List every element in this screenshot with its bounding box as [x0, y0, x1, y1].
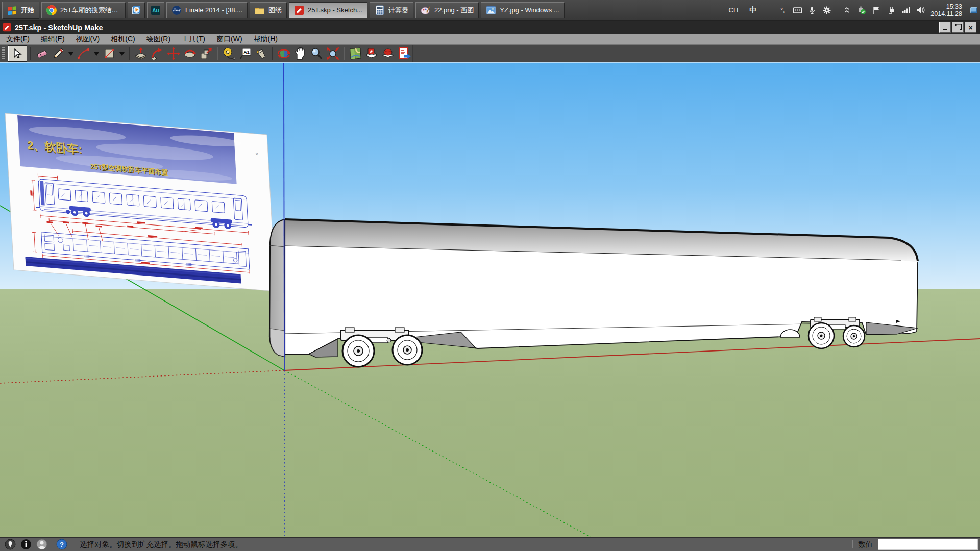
toolbar-separator	[217, 47, 218, 60]
eraser-icon	[36, 47, 48, 60]
zoom-extents-tool-button[interactable]	[325, 46, 340, 61]
move-tool-button[interactable]	[166, 46, 181, 61]
arc-tool-dropdown[interactable]	[92, 46, 101, 61]
taskbar-button-label: 25T.skp - Sketch...	[308, 6, 362, 14]
power-plug-icon[interactable]	[886, 5, 896, 15]
train-model[interactable]	[270, 219, 918, 367]
menu-draw[interactable]: 绘图(R)	[141, 34, 176, 44]
paint-bucket-tool-button[interactable]	[254, 46, 269, 61]
toolbar-separator	[129, 47, 130, 60]
paint-icon	[421, 5, 431, 15]
line-tool-dropdown[interactable]	[67, 46, 75, 61]
modeling-viewport[interactable]: 2、软卧车: 2、软卧车: 25T型空调软卧车平面布置 25T型空调软卧车平面布…	[0, 62, 980, 537]
tape-measure-icon	[222, 47, 235, 60]
help-icon[interactable]: ?	[56, 539, 67, 550]
volume-speaker-icon[interactable]	[916, 5, 926, 15]
eraser-tool-button[interactable]	[34, 46, 50, 61]
taskbar-button-audition[interactable]: Au	[147, 2, 164, 18]
ime-mode-indicator[interactable]: CH	[729, 6, 739, 14]
blue-axis	[284, 63, 284, 370]
pan-tool-button[interactable]	[292, 46, 308, 61]
menu-help[interactable]: 帮助(H)	[249, 34, 283, 44]
measurements-input[interactable]	[878, 539, 978, 550]
menu-window[interactable]: 窗口(W)	[211, 34, 248, 44]
rear-bogie[interactable]	[808, 317, 865, 348]
status-divider	[852, 540, 853, 548]
toolbar-grip[interactable]	[2, 47, 5, 60]
restore-button[interactable]	[952, 22, 964, 33]
follow-me-tool-button[interactable]	[150, 46, 165, 61]
scale-tool-button[interactable]	[199, 46, 214, 61]
orbit-tool-button[interactable]	[276, 46, 291, 61]
toolbar: A1	[0, 45, 980, 62]
export-button[interactable]	[397, 46, 412, 61]
share-model-icon	[381, 47, 395, 60]
add-location-button[interactable]	[348, 46, 363, 61]
share-model-button[interactable]	[380, 46, 396, 61]
select-tool-button[interactable]	[8, 45, 27, 62]
menu-edit[interactable]: 编辑(E)	[36, 34, 70, 44]
ime-settings-gear-icon[interactable]	[822, 5, 832, 15]
slide-corner-mark: ×	[255, 151, 259, 157]
rotate-icon	[183, 47, 197, 60]
shapes-tool-button[interactable]	[102, 46, 117, 61]
tray-clock[interactable]: 15:33 2014.11.28	[930, 3, 962, 17]
scene-3d: 2、软卧车: 2、软卧车: 25T型空调软卧车平面布置 25T型空调软卧车平面布…	[0, 63, 980, 537]
ime-punctuation-icon[interactable]: °,	[777, 5, 788, 15]
minimize-button[interactable]	[939, 22, 951, 33]
taskbar-button-calculator[interactable]: 0 计算器	[370, 2, 413, 18]
taskbar-button-label: Finale 2014 - [38....	[185, 6, 242, 14]
system-tray: CH 中 °,	[729, 0, 979, 20]
arc-tool-button[interactable]	[76, 46, 91, 61]
push-pull-tool-button[interactable]	[133, 46, 149, 61]
ime-fullwidth-icon[interactable]	[763, 5, 773, 15]
taskbar-button-paint[interactable]: 22.png - 画图	[415, 2, 479, 18]
network-signal-icon[interactable]	[901, 5, 911, 15]
shapes-tool-dropdown[interactable]	[118, 46, 126, 61]
menu-file[interactable]: 文件(F)	[1, 34, 35, 44]
text-tool-button[interactable]: A1	[237, 46, 253, 61]
start-label: 开始	[21, 6, 34, 15]
get-models-icon	[365, 47, 378, 60]
text-annotation-icon: A1	[238, 47, 252, 60]
menu-bar: 文件(F) 编辑(E) 视图(V) 相机(C) 绘图(R) 工具(T) 窗口(W…	[0, 34, 980, 45]
safely-remove-hardware-icon[interactable]	[856, 5, 867, 15]
tray-divider	[837, 5, 837, 16]
taskbar-button-media-player[interactable]	[128, 2, 145, 18]
taskbar-button-folder[interactable]: 图纸	[250, 2, 287, 18]
geolocation-icon[interactable]	[5, 539, 16, 550]
action-center-flag-icon[interactable]	[871, 5, 881, 15]
show-hidden-icons-chevron[interactable]	[842, 5, 852, 15]
soft-keyboard-icon[interactable]	[792, 5, 802, 15]
tape-measure-tool-button[interactable]	[221, 46, 236, 61]
follow-me-icon	[151, 47, 164, 60]
svg-text:?: ?	[60, 541, 64, 548]
finale-icon	[172, 5, 182, 15]
close-button[interactable]: ×	[965, 22, 976, 33]
get-models-button[interactable]	[364, 46, 379, 61]
taskbar-button-photo-viewer[interactable]: YZ.jpg - Windows ...	[481, 2, 564, 18]
window-titlebar[interactable]: 25T.skp - SketchUp Make ×	[0, 21, 980, 34]
push-pull-icon	[134, 47, 148, 60]
taskbar-button-finale[interactable]: Finale 2014 - [38....	[166, 2, 248, 18]
start-button[interactable]: 开始	[2, 2, 39, 19]
credits-info-icon[interactable]	[20, 539, 32, 550]
menu-view[interactable]: 视图(V)	[71, 34, 105, 44]
taskbar-button-chrome[interactable]: 25T车厢的搜索结果...	[41, 2, 126, 18]
menu-tools[interactable]: 工具(T)	[177, 34, 210, 44]
toolbar-empty-area	[412, 45, 980, 62]
taskbar-button-sketchup[interactable]: 25T.skp - Sketch...	[289, 2, 368, 18]
line-tool-button[interactable]	[51, 46, 66, 61]
show-desktop-button[interactable]	[967, 4, 978, 17]
rotate-tool-button[interactable]	[182, 46, 198, 61]
toolbar-separator	[30, 47, 31, 60]
zoom-tool-button[interactable]	[309, 46, 324, 61]
reference-image-slide[interactable]: 2、软卧车: 2、软卧车: 25T型空调软卧车平面布置 25T型空调软卧车平面布…	[5, 113, 276, 291]
ime-language-icon[interactable]: 中	[748, 5, 758, 15]
sign-in-user-icon[interactable]	[36, 539, 47, 550]
calculator-icon: 0	[375, 5, 385, 15]
svg-text:A1: A1	[243, 49, 250, 55]
microphone-icon[interactable]	[807, 5, 817, 15]
media-player-icon	[131, 5, 141, 15]
menu-camera[interactable]: 相机(C)	[106, 34, 140, 44]
